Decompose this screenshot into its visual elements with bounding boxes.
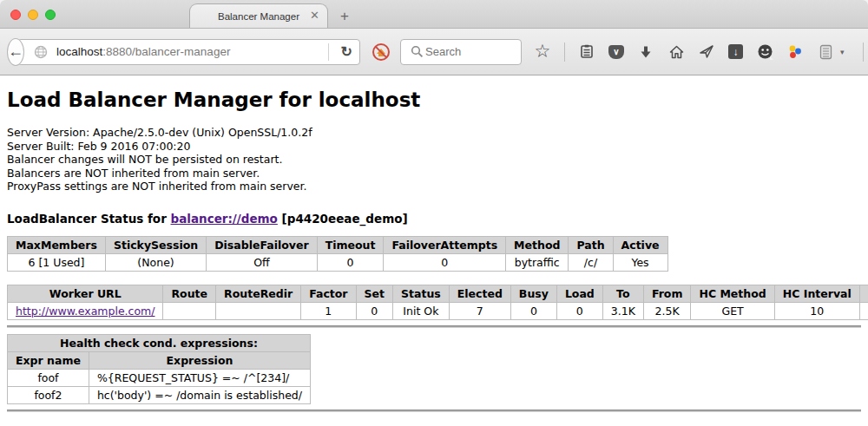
close-window-button[interactable] bbox=[10, 10, 21, 20]
download-extension-icon[interactable]: ↓ bbox=[728, 44, 743, 59]
downloads-icon[interactable] bbox=[637, 43, 654, 61]
url-bar[interactable]: localhost:8880/balancer-manager ↻ bbox=[17, 39, 360, 65]
table-row: 6 [1 Used] (None) Off 0 0 bytraffic /c/ … bbox=[8, 253, 668, 271]
col-hc-interval: HC Interval bbox=[774, 285, 859, 302]
send-plane-icon[interactable] bbox=[698, 43, 715, 61]
page-bottom-divider bbox=[7, 410, 861, 412]
cell-set: 0 bbox=[356, 302, 392, 319]
cell-hc-interval: 10 bbox=[774, 302, 859, 319]
globe-icon bbox=[32, 43, 49, 61]
search-icon bbox=[408, 43, 425, 61]
balancer-settings-table: MaxMembers StickySession DisableFailover… bbox=[7, 236, 668, 272]
back-button[interactable]: ← bbox=[7, 38, 24, 66]
cell-expr-name: foof2 bbox=[8, 386, 89, 403]
url-path: :8880/balancer-manager bbox=[102, 45, 230, 58]
tab-strip: Balancer Manager ✕ + bbox=[189, 0, 361, 28]
overflow-caret-icon[interactable]: ▾ bbox=[840, 48, 845, 56]
col-disablefailover: DisableFailover bbox=[207, 236, 317, 253]
container-extension-icon[interactable] bbox=[817, 43, 834, 61]
tab-close-icon[interactable]: ✕ bbox=[310, 10, 319, 22]
col-expr-name: Expr name bbox=[8, 351, 89, 369]
status-suffix: [p4420eeae_demo] bbox=[278, 212, 408, 226]
window-controls bbox=[10, 10, 56, 20]
cell-expression: hc('body') =~ /domain is established/ bbox=[89, 386, 310, 403]
smiley-icon[interactable] bbox=[756, 43, 773, 61]
cell-factor: 1 bbox=[301, 302, 356, 319]
toolbar-divider bbox=[863, 43, 864, 62]
persist-notice-line: Balancer changes will NOT be persisted o… bbox=[7, 153, 861, 167]
server-built-line: Server Built: Feb 9 2016 07:00:20 bbox=[7, 140, 861, 154]
cell-routeredir bbox=[216, 302, 301, 319]
cell-timeout: 0 bbox=[317, 253, 384, 271]
col-maxmembers: MaxMembers bbox=[8, 236, 106, 253]
cell-from: 2.5K bbox=[643, 302, 691, 319]
table-row: foof2 hc('body') =~ /domain is establish… bbox=[8, 386, 311, 403]
inherit-notice-line: Balancers are NOT inherited from main se… bbox=[7, 167, 861, 180]
health-table-title: Health check cond. expressions: bbox=[8, 334, 311, 351]
col-expression: Expression bbox=[89, 351, 310, 369]
page-title: Load Balancer Manager for localhost bbox=[7, 75, 861, 111]
cell-route bbox=[163, 302, 216, 319]
search-box[interactable] bbox=[400, 39, 522, 65]
home-icon[interactable] bbox=[667, 43, 685, 61]
cell-expr-name: foof bbox=[8, 369, 89, 386]
cell-to: 3.1K bbox=[602, 302, 643, 319]
col-elected: Elected bbox=[449, 285, 510, 302]
balancer-demo-link[interactable]: balancer://demo bbox=[171, 212, 278, 226]
table-header-row: Expr name Expression bbox=[8, 351, 311, 369]
col-method: Method bbox=[506, 236, 569, 253]
urlbar-divider bbox=[328, 43, 329, 61]
color-dots-extension-icon[interactable] bbox=[786, 43, 804, 61]
loadbalancer-status-heading: LoadBalancer Status for balancer://demo … bbox=[7, 212, 861, 226]
col-set: Set bbox=[356, 285, 392, 302]
new-tab-button[interactable]: + bbox=[328, 8, 361, 28]
table-header-row: MaxMembers StickySession DisableFailover… bbox=[8, 236, 668, 253]
table-row: foof %{REQUEST_STATUS} =~ /^[234]/ bbox=[8, 369, 311, 386]
bookmark-star-icon[interactable]: ☆ bbox=[534, 43, 551, 60]
cell-failoverattempts: 0 bbox=[384, 253, 506, 271]
proxypass-notice-line: ProxyPass settings are NOT inherited fro… bbox=[7, 180, 861, 193]
cell-load: 0 bbox=[556, 302, 602, 319]
minimize-window-button[interactable] bbox=[28, 10, 38, 20]
browser-window: Balancer Manager ✕ + ← localhost:8880/ba… bbox=[0, 0, 868, 426]
col-busy: Busy bbox=[510, 285, 556, 302]
col-routeredir: RouteRedir bbox=[216, 285, 301, 302]
worker-url-link[interactable]: http://www.example.com/ bbox=[16, 305, 155, 318]
col-from: From bbox=[643, 285, 691, 302]
col-stickysession: StickySession bbox=[105, 236, 206, 253]
reload-button[interactable]: ↻ bbox=[334, 43, 359, 60]
server-info: Server Version: Apache/2.5.0-dev (Unix) … bbox=[7, 126, 861, 193]
worker-status-table: Worker URL Route RouteRedir Factor Set S… bbox=[7, 285, 868, 320]
cell-elected: 7 bbox=[449, 302, 510, 319]
back-arrow-icon: ← bbox=[8, 43, 23, 61]
search-input[interactable] bbox=[425, 45, 512, 58]
plugin-blocked-icon[interactable] bbox=[371, 42, 391, 62]
titlebar: Balancer Manager ✕ + bbox=[0, 0, 868, 29]
cell-busy: 0 bbox=[510, 302, 556, 319]
toolbar-divider bbox=[564, 43, 565, 62]
table-row: http://www.example.com/ 1 0 Init Ok 7 0 … bbox=[8, 302, 868, 319]
cell-maxmembers: 6 [1 Used] bbox=[8, 253, 106, 271]
cell-passes: 1 (0) bbox=[859, 302, 868, 319]
table-title-row: Health check cond. expressions: bbox=[8, 334, 311, 351]
health-check-expressions-table: Health check cond. expressions: Expr nam… bbox=[7, 334, 311, 404]
col-factor: Factor bbox=[301, 285, 356, 302]
cell-disablefailover: Off bbox=[207, 253, 317, 271]
tab-balancer-manager[interactable]: Balancer Manager ✕ bbox=[189, 3, 328, 28]
zoom-window-button[interactable] bbox=[45, 10, 56, 20]
col-load: Load bbox=[556, 285, 602, 302]
col-failoverattempts: FailoverAttempts bbox=[384, 236, 506, 253]
cell-status: Init Ok bbox=[393, 302, 450, 319]
cell-active: Yes bbox=[613, 253, 667, 271]
col-active: Active bbox=[613, 236, 667, 253]
toolbar-icons: ☆ ∨ ↓ ▾ bbox=[534, 43, 868, 62]
col-status: Status bbox=[393, 285, 450, 302]
col-route: Route bbox=[163, 285, 216, 302]
status-prefix: LoadBalancer Status for bbox=[7, 212, 171, 226]
cell-method: bytraffic bbox=[506, 253, 569, 271]
pocket-icon[interactable]: ∨ bbox=[608, 45, 624, 59]
page-content: Load Balancer Manager for localhost Serv… bbox=[0, 75, 868, 425]
table-header-row: Worker URL Route RouteRedir Factor Set S… bbox=[8, 285, 868, 302]
navigation-toolbar: ← localhost:8880/balancer-manager ↻ bbox=[0, 29, 868, 75]
reading-list-icon[interactable] bbox=[578, 43, 595, 61]
